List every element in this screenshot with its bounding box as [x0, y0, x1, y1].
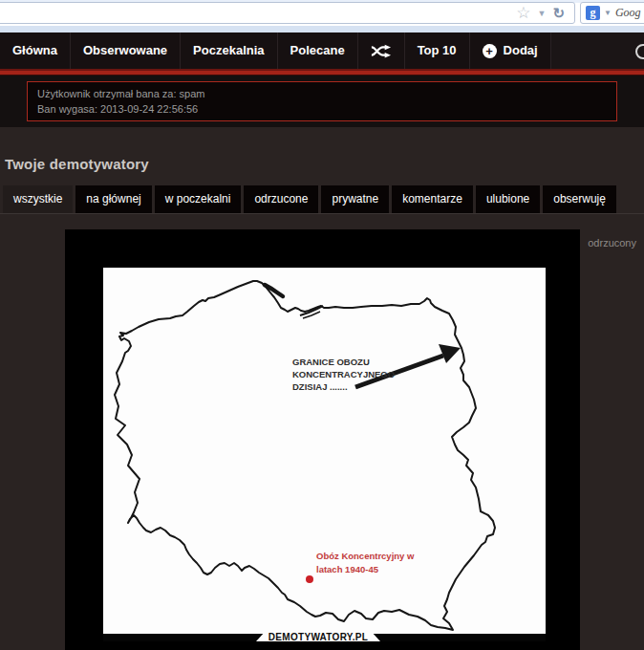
camp-location-dot	[306, 575, 313, 583]
nav-item-poczekalnia[interactable]: Poczekalnia	[181, 32, 277, 69]
post-area: odrzucony GRANICE OBOZU KONCENTRACYJN	[0, 229, 644, 650]
browser-chrome: ☆ ▼ ↻ g ▼ Goog	[0, 0, 644, 32]
nav-label: Obserwowane	[83, 32, 167, 69]
map-red-line2: latach 1940-45	[316, 564, 379, 574]
page-title: Twoje demotywatory	[0, 127, 644, 172]
demotivator-image[interactable]: GRANICE OBOZU KONCENTRACYJNEGO DZISIAJ .…	[65, 229, 580, 650]
address-bar[interactable]: ☆ ▼ ↻	[0, 2, 575, 24]
browser-search-box[interactable]: g ▼ Goog	[580, 2, 644, 24]
ban-notice-section: Użytkownik otrzymał bana za: spam Ban wy…	[0, 76, 644, 127]
watermark-text: DEMOTYWATORY.PL	[268, 632, 368, 641]
poland-outline	[115, 281, 495, 630]
poland-map-picture: GRANICE OBOZU KONCENTRACYJNEGO DZISIAJ .…	[103, 268, 546, 641]
map-caption-line1: GRANICE OBOZU	[292, 357, 370, 367]
nav-item-shuffle[interactable]	[358, 32, 405, 69]
nav-accent-divider	[0, 69, 644, 76]
nav-label: Polecane	[290, 32, 345, 69]
main-content: Twoje demotywatory wszystkie na głównej …	[0, 127, 644, 650]
reload-icon[interactable]: ↻	[552, 5, 565, 22]
hel-peninsula	[265, 285, 283, 296]
nav-item-obserwowane[interactable]: Obserwowane	[71, 32, 181, 69]
search-engine-dropdown-icon[interactable]: ▼	[604, 9, 612, 17]
tab-obserwuje[interactable]: obserwuję	[543, 185, 616, 213]
nav-item-dodaj[interactable]: + Dodaj	[470, 32, 551, 69]
plus-icon: +	[483, 44, 497, 58]
status-badge: odrzucony	[588, 237, 636, 249]
ban-notice-box: Użytkownik otrzymał bana za: spam Ban wy…	[27, 81, 617, 121]
nav-filler	[551, 32, 644, 69]
tab-prywatne[interactable]: prywatne	[321, 185, 389, 213]
map-caption-line3: DZISIAJ .......	[292, 381, 348, 392]
nav-label: Poczekalnia	[193, 32, 264, 69]
tab-na-glownej[interactable]: na głównej	[75, 185, 151, 213]
tab-odrzucone[interactable]: odrzucone	[244, 185, 318, 213]
tab-w-poczekalni[interactable]: w poczekalni	[155, 185, 242, 213]
nav-item-top10[interactable]: Top 10	[405, 32, 470, 69]
poland-map-svg: GRANICE OBOZU KONCENTRACYJNEGO DZISIAJ .…	[103, 268, 546, 641]
bookmark-star-icon[interactable]: ☆	[516, 5, 530, 21]
urlbar-dropdown-icon[interactable]: ▼	[538, 9, 547, 18]
map-caption-line2: KONCENTRACYJNEGO	[292, 369, 395, 379]
nav-label: Dodaj	[504, 32, 538, 69]
ban-reason-text: Użytkownik otrzymał bana za: spam	[37, 86, 607, 101]
site-navbar: Główna Obserwowane Poczekalnia Polecane …	[0, 32, 644, 69]
map-red-line1: Obóz Koncentrcyjny w	[316, 551, 415, 561]
shuffle-icon	[371, 44, 392, 58]
google-favicon-icon[interactable]: g	[586, 6, 600, 20]
search-engine-name: Goog	[615, 6, 641, 20]
nav-item-polecane[interactable]: Polecane	[278, 32, 358, 69]
tab-ulubione[interactable]: ulubione	[476, 185, 540, 213]
search-icon[interactable]	[635, 44, 644, 59]
tab-wszystkie[interactable]: wszystkie	[3, 185, 73, 213]
filter-tabs: wszystkie na głównej w poczekalni odrzuc…	[0, 185, 644, 214]
nav-item-glowna[interactable]: Główna	[0, 32, 71, 69]
nav-label: Top 10	[418, 32, 457, 69]
ban-expiry-text: Ban wygasa: 2013-09-24 22:56:56	[37, 101, 607, 117]
tab-komentarze[interactable]: komentarze	[392, 185, 473, 213]
nav-label: Główna	[12, 32, 57, 69]
